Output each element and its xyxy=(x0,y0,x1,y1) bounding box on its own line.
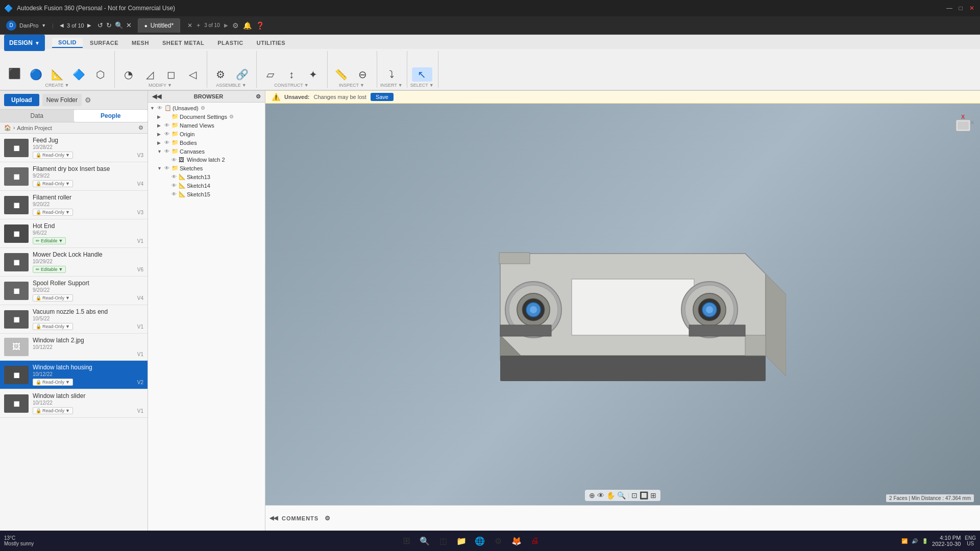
browser-collapse-icon[interactable]: ◀◀ xyxy=(152,93,161,100)
insert-btn[interactable]: ⤵ xyxy=(381,67,402,82)
eye-icon[interactable]: 👁 xyxy=(164,122,172,128)
create-sweep-btn[interactable]: 📐 xyxy=(47,67,67,82)
tab-plastic[interactable]: PLASTIC xyxy=(211,38,250,47)
browser-tree-item[interactable]: ▶ 👁 📁 Bodies xyxy=(148,138,265,147)
taskbar-edge-icon[interactable]: 🌐 xyxy=(472,533,487,548)
taskbar-settings-icon[interactable]: ⚙ xyxy=(491,533,506,548)
badge-dropdown[interactable]: ▼ xyxy=(65,380,70,385)
breadcrumb-settings-icon[interactable]: ⚙ xyxy=(138,124,143,131)
eye-icon[interactable]: 👁 xyxy=(164,165,172,171)
view-mode-icon[interactable]: ⊡ xyxy=(631,491,638,499)
select-label[interactable]: SELECT ▼ xyxy=(410,83,434,88)
modify-chamfer-btn[interactable]: ◿ xyxy=(139,67,160,82)
tree-arrow[interactable]: ▼ xyxy=(157,166,164,171)
browser-tree-item[interactable]: ▼ 👁 📁 Canvases xyxy=(148,147,265,156)
browser-tree-item[interactable]: ▶ 👁 📁 Named Views xyxy=(148,121,265,130)
assemble-label[interactable]: ASSEMBLE ▼ xyxy=(216,83,246,88)
file-item-vacuum-nozzle[interactable]: ◼ Vacuum nozzle 1.5 abs end 10/5/22 🔒Rea… xyxy=(0,305,148,334)
browser-settings-icon[interactable]: ⚙ xyxy=(256,93,261,100)
data-tab[interactable]: Data xyxy=(0,110,74,122)
maximize-button[interactable]: □ xyxy=(957,4,965,12)
inspect-measure-btn[interactable]: 📏 xyxy=(331,67,351,82)
select-btn[interactable]: ↖ xyxy=(412,67,432,82)
start-button[interactable]: ⊞ xyxy=(399,533,414,548)
tree-settings-icon[interactable]: ⚙ xyxy=(201,105,205,111)
badge-dropdown[interactable]: ▼ xyxy=(65,295,70,300)
browser-tree-item[interactable]: ▶ 📁 Document Settings ⚙ xyxy=(148,112,265,121)
file-item-filament-roller[interactable]: ◼ Filament roller 9/20/22 🔒Read-Only▼ V3 xyxy=(0,191,148,219)
tab-surface[interactable]: SURFACE xyxy=(84,38,125,47)
redo-icon[interactable]: ↻ xyxy=(106,21,112,29)
zoom-icon[interactable]: 🔍 xyxy=(617,491,626,499)
badge-dropdown[interactable]: ▼ xyxy=(65,181,70,186)
inspect-section-btn[interactable]: ⊖ xyxy=(352,67,373,82)
eye-icon[interactable]: 👁 xyxy=(172,183,179,188)
browser-tree-item[interactable]: ▼ 👁 📁 Sketches xyxy=(148,164,265,172)
home-icon[interactable]: 🏠 xyxy=(4,124,11,131)
volume-icon[interactable]: 🔊 xyxy=(912,538,918,544)
tab-utilities[interactable]: UTILITIES xyxy=(251,38,291,47)
undo-icon[interactable]: ↺ xyxy=(97,21,103,29)
eye-icon[interactable]: 👁 xyxy=(164,131,172,137)
comments-settings-icon[interactable]: ⚙ xyxy=(325,515,330,522)
eye-icon[interactable]: 👁 xyxy=(157,105,164,111)
dropdown-icon[interactable]: ▼ xyxy=(41,23,46,28)
tree-arrow[interactable]: ▼ xyxy=(150,106,157,111)
assemble-contact-btn[interactable]: 🔗 xyxy=(232,67,252,82)
file-item-window-latch-jpg[interactable]: 🖼 Window latch 2.jpg 10/12/22 V1 xyxy=(0,334,148,361)
active-tab[interactable]: ● Untitled* xyxy=(138,18,180,33)
construct-plane-btn[interactable]: ▱ xyxy=(260,67,280,82)
eye-icon[interactable]: 👁 xyxy=(164,148,172,154)
clock[interactable]: 4:10 PM 2022-10-30 xyxy=(932,535,961,547)
modify-fillet-btn[interactable]: ◔ xyxy=(118,67,138,82)
gear-icon[interactable]: ⚙ xyxy=(232,21,239,30)
panel-settings-icon[interactable]: ⚙ xyxy=(85,96,91,104)
new-tab-btn[interactable]: + xyxy=(197,22,200,29)
tree-arrow[interactable]: ▶ xyxy=(157,123,164,128)
user-info[interactable]: D DanPro ▼ | ◀ 3 of 10 ▶ ↺ ↻ 🔍 ✕ xyxy=(2,20,136,31)
file-item-feed-jug[interactable]: ◼ Feed Jug 10/28/22 🔒Read-Only▼ V3 xyxy=(0,134,148,162)
create-revolve-btn[interactable]: 🔵 xyxy=(26,67,46,82)
taskbar-search-icon[interactable]: 🔍 xyxy=(417,533,432,548)
modify-shell-btn[interactable]: ◻ xyxy=(161,67,181,82)
file-item-hot-end[interactable]: ◼ Hot End 9/6/22 ✏Editable▼ V1 xyxy=(0,219,148,248)
eye-icon[interactable]: 👁 xyxy=(172,157,179,163)
upload-button[interactable]: Upload xyxy=(4,94,39,106)
browser-tree-item[interactable]: ▶ 👁 📁 Origin xyxy=(148,130,265,138)
badge-dropdown[interactable]: ▼ xyxy=(65,153,70,158)
browser-tree-item[interactable]: 👁 📐 Sketch14 xyxy=(148,181,265,190)
construct-point-btn[interactable]: ✦ xyxy=(303,67,323,82)
taskbar-app2-icon[interactable]: 🖨 xyxy=(527,533,543,548)
file-item-mower-deck[interactable]: ◼ Mower Deck Lock Handle 10/29/22 ✏Edita… xyxy=(0,248,148,277)
tree-arrow[interactable]: ▶ xyxy=(157,114,164,119)
browser-tree-item[interactable]: 👁 🖼 Window latch 2 xyxy=(148,156,265,164)
eye-icon[interactable]: 👁 xyxy=(172,174,179,180)
comments-collapse-icon[interactable]: ◀◀ xyxy=(270,515,278,521)
tree-arrow[interactable]: ▼ xyxy=(157,149,164,154)
tree-arrow[interactable]: ▶ xyxy=(157,132,164,137)
taskbar-explorer-icon[interactable]: 📁 xyxy=(454,533,469,548)
pan-icon[interactable]: ✋ xyxy=(606,491,615,499)
construct-label[interactable]: CONSTRUCT ▼ xyxy=(274,83,308,88)
question-icon[interactable]: ❓ xyxy=(256,21,264,30)
create-more-btn[interactable]: ⬡ xyxy=(90,67,110,82)
construct-axis-btn[interactable]: ↕ xyxy=(281,67,302,82)
viewport-3d[interactable]: X dOL xyxy=(265,104,980,505)
tab-solid[interactable]: SOLID xyxy=(52,38,83,48)
create-label[interactable]: CREATE ▼ xyxy=(45,83,69,88)
create-extrude-btn[interactable]: ⬛ xyxy=(4,66,24,82)
display-mode-icon[interactable]: 🔲 xyxy=(640,491,648,499)
tab-mesh[interactable]: MESH xyxy=(126,38,155,47)
notification-icon[interactable]: 🔔 xyxy=(243,21,252,30)
minimize-button[interactable]: — xyxy=(945,4,953,12)
badge-dropdown[interactable]: ▼ xyxy=(65,408,70,413)
close-tab-btn[interactable]: ✕ xyxy=(187,22,192,29)
orbit-icon[interactable]: ⊕ xyxy=(589,491,595,499)
language-indicator[interactable]: ENGUS xyxy=(965,535,976,546)
file-item-filament-dry-box[interactable]: ◼ Filament dry box Insert base 9/29/22 🔒… xyxy=(0,162,148,191)
taskbar-task-view-icon[interactable]: ◫ xyxy=(435,533,451,548)
tree-arrow[interactable]: ▶ xyxy=(157,140,164,145)
tree-settings-icon[interactable]: ⚙ xyxy=(229,114,234,119)
create-loft-btn[interactable]: 🔷 xyxy=(68,67,89,82)
people-tab[interactable]: People xyxy=(74,110,148,122)
